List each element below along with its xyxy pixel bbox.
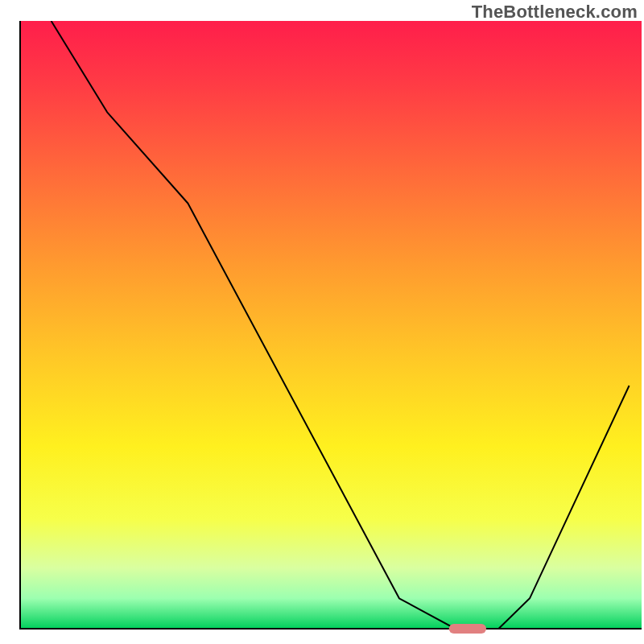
watermark: TheBottleneck.com [472,2,638,23]
chart-svg [0,0,644,644]
chart-container: TheBottleneck.com [0,0,644,644]
gradient-background [20,21,642,629]
min-marker [449,624,486,634]
